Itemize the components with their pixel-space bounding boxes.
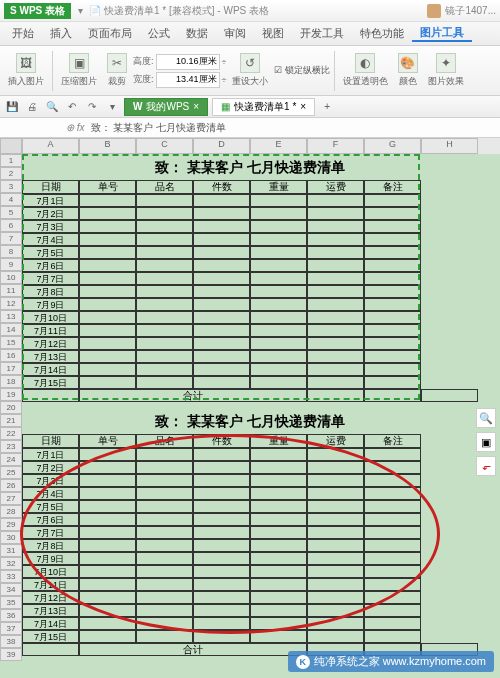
table-cell[interactable] [364,272,421,285]
menu-tab-7[interactable]: 开发工具 [292,26,352,41]
table-cell[interactable] [79,207,136,220]
table-cell[interactable] [307,194,364,207]
row-header[interactable]: 16 [0,349,22,362]
table-cell[interactable] [364,591,421,604]
menu-tab-0[interactable]: 开始 [4,26,42,41]
table-cell[interactable] [79,246,136,259]
table-cell[interactable] [307,285,364,298]
row-header[interactable]: 15 [0,336,22,349]
table-cell[interactable] [136,526,193,539]
table-cell[interactable]: 7月12日 [22,337,79,350]
reset-size-button[interactable]: ↺重设大小 [228,51,272,90]
table-cell[interactable] [307,513,364,526]
row-header[interactable]: 14 [0,323,22,336]
table-cell[interactable] [79,350,136,363]
row-header[interactable]: 3 [0,180,22,193]
table-header-cell[interactable]: 备注 [364,180,421,194]
table-cell[interactable]: 7月2日 [22,207,79,220]
table-cell[interactable] [79,526,136,539]
table-cell[interactable] [307,500,364,513]
table-cell[interactable] [136,474,193,487]
row-header[interactable]: 35 [0,596,22,609]
table-cell[interactable] [307,233,364,246]
table-cell[interactable] [307,604,364,617]
table-cell[interactable] [193,591,250,604]
row-header[interactable]: 21 [0,414,22,427]
tab-document[interactable]: ▦快递费清单1 *× [212,98,315,116]
table-cell[interactable] [136,272,193,285]
table-header-cell[interactable]: 件数 [193,434,250,448]
row-header[interactable]: 5 [0,206,22,219]
menu-tab-6[interactable]: 视图 [254,26,292,41]
table-cell[interactable] [193,474,250,487]
table-cell[interactable] [193,552,250,565]
table-cell[interactable] [79,591,136,604]
avatar[interactable] [427,4,441,18]
table-cell[interactable] [193,461,250,474]
table-cell[interactable]: 7月9日 [22,298,79,311]
table-cell[interactable]: 7月7日 [22,526,79,539]
table-cell[interactable] [79,539,136,552]
table-cell[interactable]: 7月14日 [22,617,79,630]
table-cell[interactable] [79,285,136,298]
menu-tab-1[interactable]: 插入 [42,26,80,41]
table-cell[interactable] [307,487,364,500]
table-cell[interactable] [364,604,421,617]
col-header[interactable]: D [193,138,250,154]
table-cell[interactable] [364,526,421,539]
table-cell[interactable] [136,617,193,630]
table-cell[interactable] [193,376,250,389]
crop-tool-icon[interactable]: ▣ [476,432,496,452]
stepper-icon[interactable]: ÷ [222,57,227,67]
table-cell[interactable] [364,324,421,337]
table-cell[interactable] [79,311,136,324]
table-cell[interactable] [307,350,364,363]
row-header[interactable]: 39 [0,648,22,661]
table-cell[interactable]: 7月11日 [22,578,79,591]
table-cell[interactable]: 7月12日 [22,591,79,604]
row-header[interactable]: 2 [0,167,22,180]
table-header-cell[interactable]: 重量 [250,434,307,448]
table-cell[interactable] [250,591,307,604]
row-header[interactable]: 28 [0,505,22,518]
table-cell[interactable] [79,487,136,500]
table-cell[interactable] [364,363,421,376]
table-cell[interactable] [193,448,250,461]
row-header[interactable]: 7 [0,232,22,245]
menu-tab-3[interactable]: 公式 [140,26,178,41]
row-header[interactable]: 9 [0,258,22,271]
table-cell[interactable] [250,500,307,513]
table-cell[interactable] [250,220,307,233]
table-cell[interactable] [193,259,250,272]
close-icon[interactable]: × [300,101,306,112]
row-header[interactable]: 30 [0,531,22,544]
table-cell[interactable]: 7月5日 [22,500,79,513]
row-header[interactable]: 29 [0,518,22,531]
table-cell[interactable] [364,350,421,363]
table-cell[interactable] [250,448,307,461]
table-cell[interactable] [307,552,364,565]
table-cell[interactable] [136,513,193,526]
table-cell[interactable] [193,526,250,539]
table-header-cell[interactable]: 备注 [364,434,421,448]
table-cell[interactable] [79,500,136,513]
row-header[interactable]: 4 [0,193,22,206]
table-cell[interactable] [193,311,250,324]
table-cell[interactable] [136,207,193,220]
table-header-cell[interactable]: 单号 [79,434,136,448]
row-header[interactable]: 34 [0,583,22,596]
table-cell[interactable] [364,630,421,643]
table-cell[interactable] [250,259,307,272]
effects-button[interactable]: ✦图片效果 [424,51,468,90]
table-cell[interactable] [307,298,364,311]
table-cell[interactable] [307,578,364,591]
close-icon[interactable]: × [193,101,199,112]
table-cell[interactable] [79,233,136,246]
row-header[interactable]: 38 [0,635,22,648]
table-cell[interactable] [307,539,364,552]
row-header[interactable]: 20 [0,401,22,414]
table-cell[interactable] [307,461,364,474]
table-cell[interactable] [364,461,421,474]
new-tab-icon[interactable]: + [319,99,335,115]
preview-icon[interactable]: 🔍 [44,99,60,115]
